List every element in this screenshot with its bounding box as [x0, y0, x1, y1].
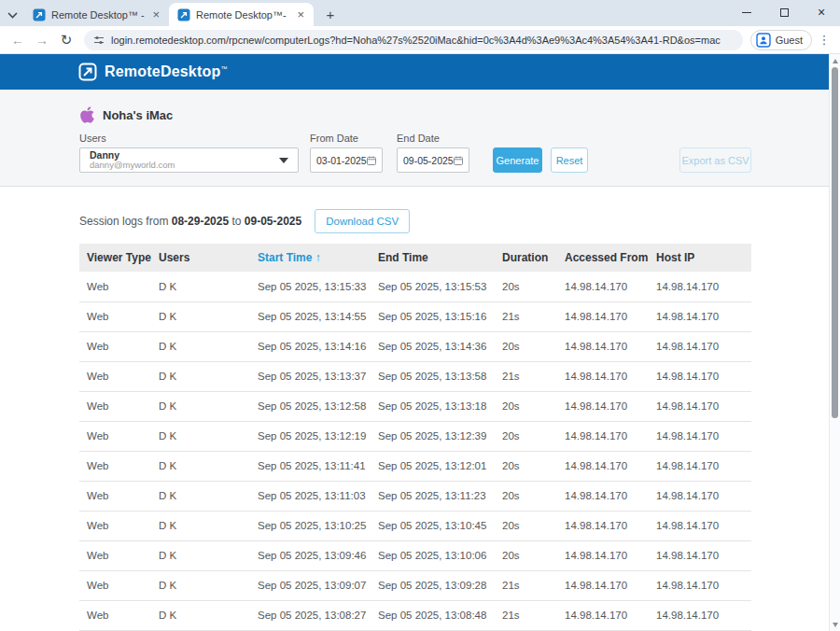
table-cell: Web	[79, 540, 151, 570]
table-cell: Sep 05 2025, 13:10:06	[371, 540, 495, 570]
maximize-icon	[780, 8, 789, 17]
table-cell: 20s	[495, 451, 557, 481]
table-cell: 14.98.14.170	[649, 391, 751, 421]
table-cell: 14.98.14.170	[649, 331, 751, 361]
table-cell: Sep 05 2025, 13:08:27	[250, 600, 371, 630]
table-cell: Sep 05 2025, 13:11:03	[250, 481, 371, 511]
table-cell: 21s	[495, 301, 557, 331]
browser-window: Remote Desktop™ - Computers × Remote Des…	[0, 0, 840, 631]
table-cell: 14.98.14.170	[557, 511, 649, 540]
table-cell: D K	[151, 331, 250, 361]
table-cell: D K	[151, 361, 250, 391]
table-cell: 14.98.14.170	[649, 570, 751, 600]
export-csv-button[interactable]: Export as CSV	[679, 147, 751, 173]
address-bar[interactable]: login.remotedesktop.com/rpcnew/computerL…	[84, 30, 743, 50]
download-csv-button[interactable]: Download CSV	[315, 209, 410, 233]
back-button[interactable]: ←	[7, 30, 28, 50]
reset-button[interactable]: Reset	[551, 147, 588, 173]
table-cell: 20s	[495, 272, 557, 301]
new-tab-button[interactable]: +	[319, 3, 342, 25]
table-cell: 21s	[495, 600, 557, 630]
table-header-row: Viewer Type Users Start Time ↑ End Time …	[79, 244, 751, 272]
forward-button[interactable]: →	[32, 30, 52, 50]
table-cell: D K	[151, 272, 250, 301]
table-cell: Web	[79, 481, 151, 511]
table-cell: Sep 05 2025, 13:15:33	[250, 272, 371, 301]
table-row: WebD KSep 05 2025, 13:08:27Sep 05 2025, …	[79, 600, 751, 630]
vertical-scrollbar[interactable]	[829, 54, 840, 631]
close-button[interactable]: ×	[803, 0, 840, 24]
table-cell: 14.98.14.170	[649, 511, 751, 540]
maximize-button[interactable]	[765, 0, 803, 24]
page-viewport: RemoteDesktop™ Noha's iMac Users Danny d…	[0, 54, 840, 631]
col-end-time: End Time	[371, 244, 495, 272]
table-row: WebD KSep 05 2025, 13:10:25Sep 05 2025, …	[79, 511, 751, 540]
dropdown-caret-icon	[279, 158, 288, 163]
table-row: WebD KSep 05 2025, 13:11:41Sep 05 2025, …	[79, 451, 751, 481]
scrollbar-thumb[interactable]	[832, 67, 838, 418]
page-content: RemoteDesktop™ Noha's iMac Users Danny d…	[0, 54, 829, 631]
col-start-time[interactable]: Start Time ↑	[250, 244, 371, 272]
remote-desktop-favicon	[177, 8, 190, 21]
remote-desktop-favicon	[33, 8, 46, 21]
computer-name: Noha's iMac	[103, 108, 173, 122]
table-cell: Sep 05 2025, 13:12:01	[371, 451, 495, 481]
table-cell: 14.98.14.170	[649, 272, 751, 301]
table-cell: 14.98.14.170	[557, 451, 649, 481]
calendar-icon	[367, 156, 376, 165]
end-date-input[interactable]: 09-05-2025	[397, 147, 469, 173]
table-row: WebD KSep 05 2025, 13:11:03Sep 05 2025, …	[79, 481, 751, 511]
table-row: WebD KSep 05 2025, 13:09:46Sep 05 2025, …	[79, 540, 751, 570]
table-cell: Sep 05 2025, 13:14:16	[250, 331, 371, 361]
table-cell: 14.98.14.170	[557, 391, 649, 421]
table-cell: 20s	[495, 331, 557, 361]
table-cell: 14.98.14.170	[649, 361, 751, 391]
table-cell: Sep 05 2025, 13:09:07	[250, 570, 371, 600]
table-cell: Web	[79, 272, 151, 301]
tab-close-icon[interactable]: ×	[150, 8, 161, 21]
table-row: WebD KSep 05 2025, 13:14:55Sep 05 2025, …	[79, 301, 751, 331]
tab-title: Remote Desktop™- Computer S	[196, 9, 289, 21]
filters-section: Noha's iMac Users Danny danny@myworld.co…	[0, 90, 829, 187]
tab-search-button[interactable]	[0, 4, 24, 26]
table-cell: Web	[79, 391, 151, 421]
table-cell: Sep 05 2025, 13:12:19	[250, 421, 371, 451]
profile-label: Guest	[776, 35, 803, 46]
table-cell: D K	[151, 570, 250, 600]
table-cell: 14.98.14.170	[649, 540, 751, 570]
from-date-value: 03-01-2025	[316, 155, 367, 166]
table-cell: Web	[79, 421, 151, 451]
session-summary-row: Session logs from 08-29-2025 to 09-05-20…	[79, 209, 751, 233]
browser-menu-button[interactable]: ⋮	[816, 33, 833, 47]
minimize-icon	[742, 12, 751, 13]
table-cell: Web	[79, 331, 151, 361]
reload-button[interactable]: ↻	[56, 30, 77, 50]
table-row: WebD KSep 05 2025, 13:14:16Sep 05 2025, …	[79, 331, 751, 361]
logs-section: Session logs from 08-29-2025 to 09-05-20…	[0, 187, 829, 631]
end-date-label: End Date	[397, 133, 469, 144]
table-cell: 14.98.14.170	[557, 301, 649, 331]
tab-close-icon[interactable]: ×	[295, 8, 306, 21]
window-controls: ×	[728, 0, 840, 24]
tab-computer-sessions[interactable]: Remote Desktop™- Computer S ×	[169, 3, 314, 26]
chevron-down-icon	[7, 12, 18, 19]
table-cell: 20s	[495, 511, 557, 540]
apple-icon	[79, 105, 95, 124]
table-cell: Sep 05 2025, 13:13:18	[371, 391, 495, 421]
users-select[interactable]: Danny danny@myworld.com	[79, 147, 299, 173]
table-cell: Web	[79, 511, 151, 540]
session-logs-table: Viewer Type Users Start Time ↑ End Time …	[79, 244, 751, 631]
users-label: Users	[79, 133, 299, 144]
scroll-down-button[interactable]	[830, 619, 840, 630]
profile-button[interactable]: Guest	[750, 30, 812, 50]
generate-button[interactable]: Generate	[493, 147, 542, 173]
from-date-input[interactable]: 03-01-2025	[310, 147, 383, 173]
table-cell: D K	[151, 391, 250, 421]
table-row: WebD KSep 05 2025, 13:13:37Sep 05 2025, …	[79, 361, 751, 391]
table-cell: 14.98.14.170	[557, 540, 649, 570]
tab-computers[interactable]: Remote Desktop™ - Computers ×	[24, 3, 169, 26]
table-cell: D K	[151, 540, 250, 570]
scroll-up-button[interactable]	[830, 55, 840, 66]
table-cell: Sep 05 2025, 13:10:45	[371, 511, 495, 540]
minimize-button[interactable]	[728, 0, 765, 24]
